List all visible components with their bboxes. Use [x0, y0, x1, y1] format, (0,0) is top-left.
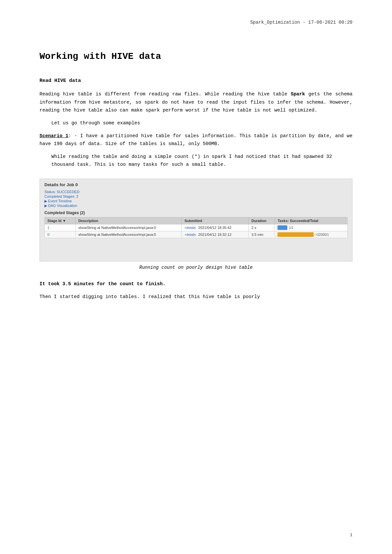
page-number: 1	[350, 533, 353, 538]
spark-completed-stages-value: 2	[76, 194, 78, 198]
scenario-1-para: Scenario 1: - I have a partitioned hive …	[39, 132, 353, 148]
scenario-1-label: Scenario 1	[39, 133, 68, 138]
header-meta-text: Spark_Optimization - 17-06-2021 00:20	[250, 20, 353, 25]
spark-col-tasks: Tasks: Succeeded/Total	[275, 217, 348, 224]
bottom-para-2: Then I started digging into tables. I re…	[39, 293, 353, 301]
spark-dag-link[interactable]: ▶ DAG Visualization	[44, 204, 348, 208]
spark-ui-container: Details for Job 0 Status: SUCCEEDED Comp…	[39, 179, 353, 262]
spark-links: ▶ Event Timeline ▶ DAG Visualization	[44, 199, 348, 208]
stage-desc-1: showString at NativeMethodAccessorImpl.j…	[75, 224, 182, 231]
spark-status: Status: SUCCEEDED	[44, 190, 348, 194]
spark-col-description: Description	[75, 217, 182, 224]
spark-col-duration: Duration	[249, 217, 275, 224]
header-meta: Spark_Optimization - 17-06-2021 00:20	[39, 20, 353, 25]
stage-tasks-0: >32000/1	[275, 231, 348, 238]
page: Spark_Optimization - 17-06-2021 00:20 Wo…	[0, 0, 392, 554]
bottom-para-1: It took 3.5 minutes for the count to fin…	[39, 280, 353, 288]
spark-stages-section-title: Completed Stages (2)	[44, 211, 348, 215]
progress-bar-0	[277, 232, 314, 237]
stage-desc-0: showString at NativeMethodAccessorImpl.j…	[75, 231, 182, 238]
spark-status-value: SUCCEEDED	[57, 190, 79, 194]
figure-caption: Running count on poorly design hive tabl…	[39, 265, 353, 270]
spark-completed-stages-label: Completed Stages:	[44, 194, 75, 198]
details-link-1[interactable]: +details	[184, 226, 196, 230]
stage-duration-0: 3.5 min	[249, 231, 275, 238]
stage-submitted-0: +details 2021/04/12 18:32:12	[182, 231, 249, 238]
stage-id-1[interactable]: 1	[45, 224, 76, 231]
spark-stages-table: Stage Id ▼ Description Submitted Duratio…	[44, 217, 348, 238]
details-link-0[interactable]: +details	[184, 233, 196, 237]
table-row: 1 showString at NativeMethodAccessorImpl…	[45, 224, 348, 231]
spark-empty-area	[44, 238, 348, 258]
spark-completed-stages-line: Completed Stages: 2	[44, 194, 348, 198]
progress-label-1: 1/1	[289, 226, 293, 230]
stage-duration-1: 2 s	[249, 224, 275, 231]
spark-col-submitted: Submitted	[182, 217, 249, 224]
spark-ui: Details for Job 0 Status: SUCCEEDED Comp…	[40, 179, 352, 261]
progress-label-0: >32000/1	[315, 233, 329, 237]
spark-event-timeline-link[interactable]: ▶ Event Timeline	[44, 199, 348, 203]
spark-status-label: Status:	[44, 190, 56, 194]
scenario-1-para2: While reading the table and doing a simp…	[51, 153, 353, 169]
progress-bar-1	[277, 225, 287, 230]
para-1: Reading hive table is different from rea…	[39, 90, 353, 114]
stage-tasks-1: 1/1	[275, 224, 348, 231]
scenario-1-text: : - I have a partitioned hive table for …	[39, 133, 353, 147]
spark-col-stage-id[interactable]: Stage Id ▼	[45, 217, 76, 224]
page-title: Working with HIVE data	[39, 51, 353, 62]
table-row: 0 showString at NativeMethodAccessorImpl…	[45, 231, 348, 238]
stage-submitted-1: +details 2021/04/12 18:35:42	[182, 224, 249, 231]
stage-id-0[interactable]: 0	[45, 231, 76, 238]
para-2: Let us go through some examples	[51, 119, 353, 127]
spark-job-title: Details for Job 0	[44, 182, 348, 187]
read-hive-heading: Read HIVE data	[39, 78, 353, 84]
